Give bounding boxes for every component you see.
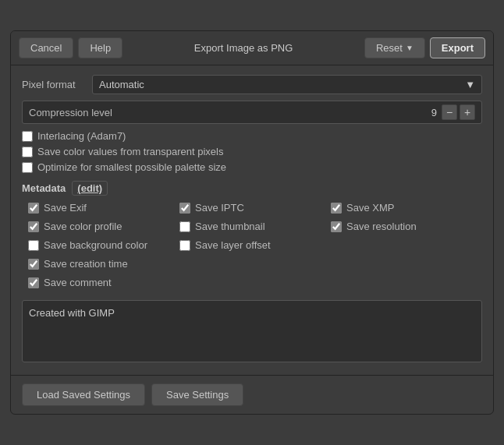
interlacing-checkbox-item[interactable]: Interlacing (Adam7) [22,130,482,142]
save-layer-offset-checkbox[interactable] [179,240,190,251]
save-color-transparent-label: Save color values from transparent pixel… [37,146,223,157]
save-color-transparent-checkbox-item[interactable]: Save color values from transparent pixel… [22,146,482,157]
save-iptc-label: Save IPTC [195,202,244,214]
save-exif-checkbox[interactable] [28,203,39,214]
save-exif-checkbox-item[interactable]: Save Exif [28,202,173,214]
metadata-edit-link[interactable]: (edit) [72,181,108,196]
save-thumbnail-checkbox[interactable] [179,221,190,232]
optimize-palette-label: Optimize for smallest possible palette s… [37,161,226,173]
compression-decrease-button[interactable]: − [442,104,457,120]
toolbar: Cancel Help Export Image as PNG Reset Ex… [11,31,493,65]
pixel-format-value: Automatic [99,79,144,90]
load-saved-settings-button[interactable]: Load Saved Settings [22,383,145,406]
save-comment-checkbox-item[interactable]: Save comment [28,277,173,288]
dialog-title: Export Image as PNG [127,42,360,54]
save-exif-label: Save Exif [44,202,87,214]
save-color-profile-label: Save color profile [44,221,122,232]
help-button[interactable]: Help [78,37,122,58]
comment-textarea[interactable] [22,300,482,362]
compression-row: Compression level 9 − + [22,101,482,124]
save-color-profile-checkbox-item[interactable]: Save color profile [28,221,173,232]
interlacing-checkbox[interactable] [22,131,33,142]
save-color-transparent-checkbox[interactable] [22,147,33,157]
save-resolution-checkbox-item[interactable]: Save resolution [331,221,476,232]
save-xmp-checkbox[interactable] [331,203,342,214]
compression-increase-button[interactable]: + [460,104,475,120]
save-iptc-checkbox[interactable] [179,203,190,214]
reset-button[interactable]: Reset [364,37,425,58]
save-background-color-checkbox[interactable] [28,240,39,251]
pixel-format-row: Pixel format Automatic ▼ [22,75,482,94]
metadata-grid: Save Exif Save IPTC Save XMP Save color … [22,202,482,292]
pixel-format-chevron-icon: ▼ [465,79,475,90]
save-resolution-checkbox[interactable] [331,221,342,232]
save-color-profile-checkbox[interactable] [28,221,39,232]
save-background-color-label: Save background color [44,239,147,251]
save-iptc-checkbox-item[interactable]: Save IPTC [179,202,325,214]
save-xmp-checkbox-item[interactable]: Save XMP [331,202,476,214]
optimize-palette-checkbox[interactable] [22,162,33,173]
metadata-header: Metadata (edit) [22,181,482,196]
save-comment-checkbox[interactable] [28,277,39,288]
optimize-palette-checkbox-item[interactable]: Optimize for smallest possible palette s… [22,161,482,173]
save-thumbnail-label: Save thumbnail [195,221,265,232]
save-background-color-checkbox-item[interactable]: Save background color [28,239,173,251]
save-creation-time-label: Save creation time [44,258,128,270]
export-png-dialog: Cancel Help Export Image as PNG Reset Ex… [10,30,494,415]
save-settings-button[interactable]: Save Settings [151,383,243,406]
save-resolution-label: Save resolution [346,221,417,232]
cancel-button[interactable]: Cancel [19,37,73,58]
compression-label: Compression level [29,107,431,118]
export-button[interactable]: Export [430,37,485,58]
save-layer-offset-checkbox-item[interactable]: Save layer offset [179,239,325,251]
dialog-content: Pixel format Automatic ▼ Compression lev… [11,65,493,375]
interlacing-label: Interlacing (Adam7) [37,130,126,142]
save-comment-label: Save comment [44,277,112,288]
save-creation-time-checkbox-item[interactable]: Save creation time [28,258,173,270]
compression-value: 9 [431,107,437,118]
metadata-label: Metadata [22,182,66,194]
pixel-format-label: Pixel format [22,79,92,90]
save-layer-offset-label: Save layer offset [195,239,271,251]
save-thumbnail-checkbox-item[interactable]: Save thumbnail [179,221,325,232]
pixel-format-select[interactable]: Automatic ▼ [92,75,482,94]
footer: Load Saved Settings Save Settings [11,375,493,414]
save-creation-time-checkbox[interactable] [28,259,39,270]
save-xmp-label: Save XMP [346,202,394,214]
